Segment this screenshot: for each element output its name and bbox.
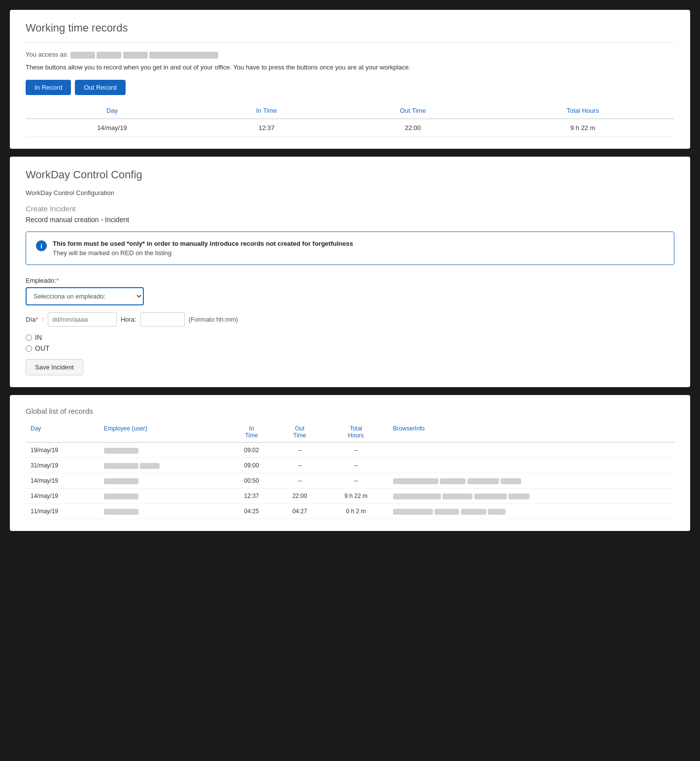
username-blurred <box>70 52 95 59</box>
gcell-employee <box>99 442 228 458</box>
dia-label: Día* <box>26 316 38 323</box>
gcell-total-hours: -- <box>324 442 388 458</box>
gcol-total-hours: TotalHours <box>324 422 388 442</box>
table-row: 14/may/19 12:37 22:00 9 h 22 m <box>26 119 674 137</box>
col-day: Day <box>26 103 199 119</box>
gcell-browser-info <box>388 489 674 504</box>
access-label: You access as: <box>26 51 68 58</box>
username-blurred-3 <box>123 52 148 59</box>
global-records-title: Global list of records <box>26 407 674 415</box>
info-icon: i <box>36 240 47 251</box>
table-header-row: Day In Time Out Time Total Hours <box>26 103 674 119</box>
info-box-content: This form must be used *only* in order t… <box>53 240 353 257</box>
hora-format-label: (Formato hh:mm) <box>189 316 238 323</box>
gcell-day: 14/may/19 <box>26 473 99 489</box>
workday-config-title: WorkDay Control Config <box>26 168 674 181</box>
global-table-header: Day Employee (user) InTime OutTime Total… <box>26 422 674 442</box>
gcell-in-time: 09:00 <box>228 458 276 473</box>
info-sub-text: They will be marked on RED on the listin… <box>53 249 353 257</box>
info-main-text: This form must be used *only* in order t… <box>53 240 353 247</box>
gcol-browser-info: BrowserInfo <box>388 422 674 442</box>
gcell-employee <box>99 504 228 519</box>
gcell-in-time: 00:50 <box>228 473 276 489</box>
list-item: 19/may/19 09:02 -- -- <box>26 442 674 458</box>
username-blurred-4 <box>149 52 218 59</box>
list-item: 14/may/19 12:37 22:00 9 h 22 m <box>26 489 674 504</box>
hora-input[interactable] <box>140 312 185 327</box>
workday-config-subtitle: WorkDay Control Configuration <box>26 189 674 197</box>
cell-total-hours: 9 h 22 m <box>491 119 674 137</box>
gcell-day: 19/may/19 <box>26 442 99 458</box>
gcell-out-time: -- <box>276 473 324 489</box>
gcell-total-hours: 0 h 2 m <box>324 504 388 519</box>
gcell-out-time: -- <box>276 458 324 473</box>
workday-config-card: WorkDay Control Config WorkDay Control C… <box>10 157 690 387</box>
gcell-browser-info <box>388 504 674 519</box>
gcell-out-time: 04:27 <box>276 504 324 519</box>
gcell-total-hours: -- <box>324 458 388 473</box>
username-blurred-2 <box>97 52 121 59</box>
gcell-browser-info <box>388 458 674 473</box>
gcell-total-hours: -- <box>324 473 388 489</box>
working-time-title: Working time records <box>26 22 674 34</box>
empleado-group: Empleado:* Selecciona un empleado: <box>26 277 674 305</box>
gcol-employee: Employee (user) <box>99 422 228 442</box>
gcell-day: 31/may/19 <box>26 458 99 473</box>
working-time-table: Day In Time Out Time Total Hours 14/may/… <box>26 103 674 137</box>
col-total-hours: Total Hours <box>491 103 674 119</box>
empleado-label: Empleado:* <box>26 277 674 284</box>
info-box: i This form must be used *only* in order… <box>26 232 674 265</box>
cell-in-time: 12:37 <box>199 119 334 137</box>
description-text: These buttons allow you to record when y… <box>26 63 674 72</box>
gcol-day: Day <box>26 422 99 442</box>
gcell-employee <box>99 458 228 473</box>
save-incident-button[interactable]: Save Incident <box>26 359 83 375</box>
cell-day: 14/may/19 <box>26 119 199 137</box>
record-buttons: In Record Out Record <box>26 80 674 95</box>
list-item: 31/may/19 09:00 -- -- <box>26 458 674 473</box>
hora-label: Hora: <box>121 316 136 323</box>
gcell-out-time: 22:00 <box>276 489 324 504</box>
gcell-browser-info <box>388 442 674 458</box>
col-in-time: In Time <box>199 103 334 119</box>
gcol-out-time: OutTime <box>276 422 324 442</box>
record-manual-label: Record manual creation - Incident <box>26 216 674 224</box>
dia-hora-row: Día* : Hora: (Formato hh:mm) <box>26 312 674 327</box>
gcell-in-time: 04:25 <box>228 504 276 519</box>
gcell-out-time: -- <box>276 442 324 458</box>
access-line: You access as: <box>26 51 674 59</box>
create-incident-label: Create Incident <box>26 204 674 213</box>
gcell-browser-info <box>388 473 674 489</box>
global-records-card: Global list of records Day Employee (use… <box>10 395 690 531</box>
list-item: 14/may/19 00:50 -- -- <box>26 473 674 489</box>
radio-out-label: OUT <box>35 344 50 352</box>
gcell-total-hours: 9 h 22 m <box>324 489 388 504</box>
cell-out-time: 22:00 <box>334 119 491 137</box>
gcell-day: 11/may/19 <box>26 504 99 519</box>
gcell-day: 14/may/19 <box>26 489 99 504</box>
required-marker: * <box>56 277 59 284</box>
radio-out[interactable] <box>26 345 32 352</box>
out-record-button[interactable]: Out Record <box>75 80 125 95</box>
gcol-in-time: InTime <box>228 422 276 442</box>
list-item: 11/may/19 04:25 04:27 0 h 2 m <box>26 504 674 519</box>
col-out-time: Out Time <box>334 103 491 119</box>
gcell-employee <box>99 473 228 489</box>
global-records-table: Day Employee (user) InTime OutTime Total… <box>26 422 674 519</box>
radio-in[interactable] <box>26 334 32 341</box>
radio-out-group: OUT <box>26 344 674 352</box>
radio-in-group: IN <box>26 333 674 341</box>
empleado-select[interactable]: Selecciona un empleado: <box>26 287 144 305</box>
dia-colon: : <box>42 316 44 323</box>
radio-in-label: IN <box>35 333 42 341</box>
gcell-employee <box>99 489 228 504</box>
dia-input[interactable] <box>48 312 117 327</box>
divider-1 <box>26 42 674 43</box>
gcell-in-time: 09:02 <box>228 442 276 458</box>
gcell-in-time: 12:37 <box>228 489 276 504</box>
working-time-records-card: Working time records You access as: Thes… <box>10 10 690 149</box>
in-record-button[interactable]: In Record <box>26 80 71 95</box>
